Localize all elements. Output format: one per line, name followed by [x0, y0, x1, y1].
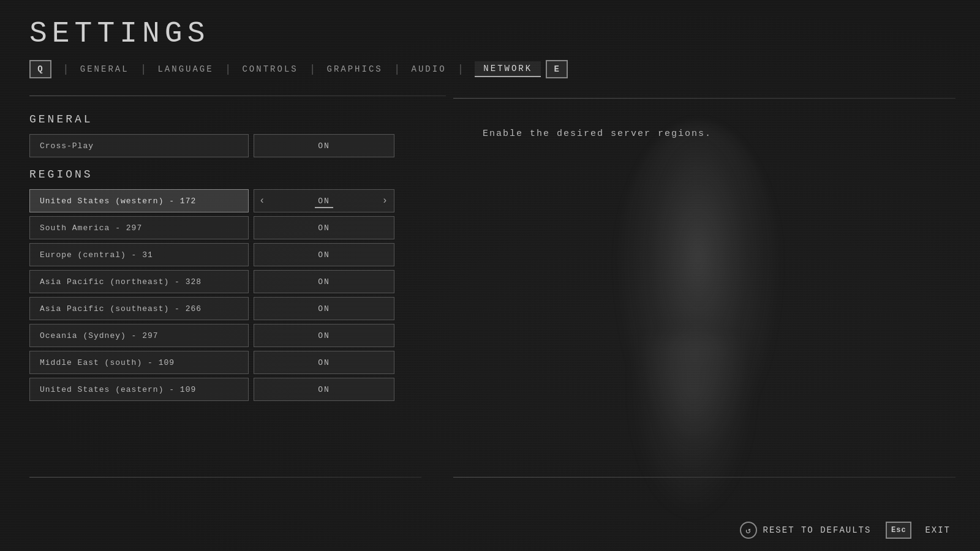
- region-label-7[interactable]: United States (eastern) - 109: [29, 378, 249, 401]
- region-toggle-0[interactable]: ‹ ON ›: [254, 189, 394, 212]
- region-row-7[interactable]: United States (eastern) - 109 ON: [29, 378, 446, 401]
- arrow-left-0[interactable]: ‹: [259, 195, 266, 206]
- left-panel: GENERAL Cross-Play ON REGIONS United Sta…: [29, 108, 446, 405]
- region-toggle-3[interactable]: ON: [254, 270, 394, 293]
- page-title: SETTINGS: [0, 0, 980, 60]
- tab-network[interactable]: NETWORK: [475, 61, 541, 77]
- region-label-6[interactable]: Middle East (south) - 109: [29, 351, 249, 374]
- bottom-bar: ↺ RESET TO DEFAULTS Esc EXIT: [740, 522, 951, 539]
- regions-section-header: REGIONS: [29, 168, 446, 181]
- region-toggle-6[interactable]: ON: [254, 351, 394, 374]
- region-label-1[interactable]: South America - 297: [29, 216, 249, 239]
- region-toggle-2[interactable]: ON: [254, 243, 394, 266]
- divider-top-right: [453, 98, 956, 99]
- nav-sep-1: |: [62, 63, 69, 75]
- crossplay-toggle[interactable]: ON: [254, 134, 394, 157]
- region-row-6[interactable]: Middle East (south) - 109 ON: [29, 351, 446, 374]
- divider-top-left: [29, 96, 446, 96]
- right-panel: Enable the desired server regions.: [446, 108, 951, 405]
- region-row-1[interactable]: South America - 297 ON: [29, 216, 446, 239]
- description-text: Enable the desired server regions.: [483, 127, 951, 141]
- settings-page: SETTINGS Q | GENERAL | LANGUAGE | CONTRO…: [0, 0, 980, 551]
- nav-key-q[interactable]: Q: [29, 60, 51, 78]
- divider-bottom-right: [453, 477, 956, 478]
- main-layout: GENERAL Cross-Play ON REGIONS United Sta…: [0, 108, 980, 405]
- tab-controls[interactable]: CONTROLS: [242, 62, 298, 77]
- region-label-5[interactable]: Oceania (Sydney) - 297: [29, 324, 249, 347]
- region-toggle-7[interactable]: ON: [254, 378, 394, 401]
- region-toggle-4[interactable]: ON: [254, 297, 394, 320]
- tab-graphics[interactable]: GRAPHICS: [327, 62, 383, 77]
- divider-bottom-left: [29, 477, 421, 478]
- nav-sep-3: |: [225, 63, 232, 75]
- region-row-2[interactable]: Europe (central) - 31 ON: [29, 243, 446, 266]
- tab-general[interactable]: GENERAL: [80, 62, 129, 77]
- region-row-4[interactable]: Asia Pacific (southeast) - 266 ON: [29, 297, 446, 320]
- region-row-0[interactable]: United States (western) - 172 ‹ ON ›: [29, 189, 446, 212]
- reset-icon: ↺: [740, 522, 757, 539]
- nav-sep-5: |: [394, 63, 401, 75]
- region-label-4[interactable]: Asia Pacific (southeast) - 266: [29, 297, 249, 320]
- reset-to-defaults-button[interactable]: ↺ RESET TO DEFAULTS: [740, 522, 872, 539]
- nav-sep-2: |: [140, 63, 147, 75]
- nav-key-e[interactable]: E: [546, 60, 568, 78]
- region-label-0[interactable]: United States (western) - 172: [29, 189, 249, 212]
- crossplay-label[interactable]: Cross-Play: [29, 134, 249, 157]
- toggle-underline-0: [315, 207, 333, 208]
- nav-sep-4: |: [309, 63, 316, 75]
- region-row-5[interactable]: Oceania (Sydney) - 297 ON: [29, 324, 446, 347]
- region-label-2[interactable]: Europe (central) - 31: [29, 243, 249, 266]
- nav-sep-6: |: [458, 63, 464, 75]
- region-label-3[interactable]: Asia Pacific (northeast) - 328: [29, 270, 249, 293]
- exit-label[interactable]: EXIT: [925, 525, 951, 535]
- tab-audio[interactable]: AUDIO: [412, 62, 447, 77]
- region-toggle-1[interactable]: ON: [254, 216, 394, 239]
- tab-language[interactable]: LANGUAGE: [157, 62, 213, 77]
- region-toggle-5[interactable]: ON: [254, 324, 394, 347]
- reset-label: RESET TO DEFAULTS: [763, 525, 872, 535]
- crossplay-row: Cross-Play ON: [29, 134, 446, 157]
- arrow-right-0[interactable]: ›: [382, 195, 389, 206]
- nav-bar: Q | GENERAL | LANGUAGE | CONTROLS | GRAP…: [0, 60, 980, 78]
- general-section-header: GENERAL: [29, 113, 446, 126]
- region-row-3[interactable]: Asia Pacific (northeast) - 328 ON: [29, 270, 446, 293]
- exit-key-box: Esc: [886, 522, 911, 539]
